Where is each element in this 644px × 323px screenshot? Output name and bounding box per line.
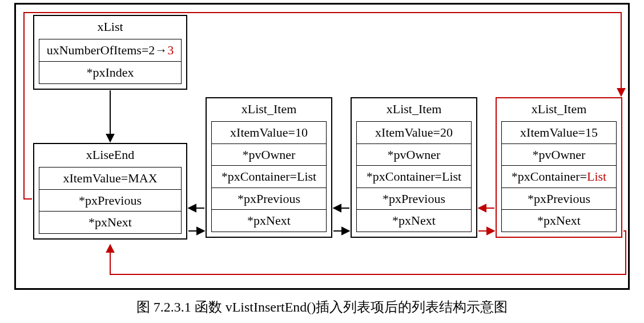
item2-pvowner: *pvOwner xyxy=(356,143,472,166)
xlist-count-row: uxNumberOfItems=2→3 xyxy=(39,39,182,62)
xlist-title: xList xyxy=(34,16,186,39)
item1-title: xList_Item xyxy=(207,98,331,121)
item3-pxprevious: *pxPrevious xyxy=(501,188,617,210)
xlistend-itemvalue: xItemValue=MAX xyxy=(39,167,182,190)
xlistend-pxnext: *pxNext xyxy=(39,211,182,234)
item2-block: xList_Item xItemValue=20 *pvOwner *pxCon… xyxy=(351,97,477,238)
xlistend-pxprevious: *pxPrevious xyxy=(39,189,182,212)
item3-pxnext: *pxNext xyxy=(501,209,617,232)
item2-pxnext: *pxNext xyxy=(356,209,472,232)
xlistend-title: xLiseEnd xyxy=(34,144,186,167)
xlist-count-label: uxNumberOfItems=2→ xyxy=(47,43,168,57)
item2-itemvalue: xItemValue=20 xyxy=(356,121,472,144)
item3-pxcontainer: *pxContainer=List xyxy=(501,165,617,188)
xlist-block: xList uxNumberOfItems=2→3 *pxIndex xyxy=(33,15,187,90)
item2-pxprevious: *pxPrevious xyxy=(356,188,472,210)
xlist-pxindex-row: *pxIndex xyxy=(39,61,182,84)
item1-pxnext: *pxNext xyxy=(211,209,327,232)
item1-pxcontainer: *pxContainer=List xyxy=(211,165,327,188)
figure-caption: 图 7.2.3.1 函数 vListInsertEnd()插入列表项后的列表结构… xyxy=(0,298,644,316)
item1-pvowner: *pvOwner xyxy=(211,143,327,166)
item3-itemvalue: xItemValue=15 xyxy=(501,121,617,144)
item2-pxcontainer: *pxContainer=List xyxy=(356,165,472,188)
diagram-page: xList uxNumberOfItems=2→3 *pxIndex xLise… xyxy=(0,0,644,323)
xlist-count-new: 3 xyxy=(167,43,174,57)
xlistend-block: xLiseEnd xItemValue=MAX *pxPrevious *pxN… xyxy=(33,143,187,240)
item3-pxcontainer-val: List xyxy=(587,169,606,184)
item3-pxcontainer-prefix: *pxContainer= xyxy=(512,169,587,184)
item3-pvowner: *pvOwner xyxy=(501,143,617,166)
item2-title: xList_Item xyxy=(352,98,476,121)
item1-block: xList_Item xItemValue=10 *pvOwner *pxCon… xyxy=(206,97,332,238)
item1-pxprevious: *pxPrevious xyxy=(211,188,327,210)
item1-itemvalue: xItemValue=10 xyxy=(211,121,327,144)
item3-title: xList_Item xyxy=(497,98,621,121)
item3-block: xList_Item xItemValue=15 *pvOwner *pxCon… xyxy=(496,97,622,238)
outer-frame: xList uxNumberOfItems=2→3 *pxIndex xLise… xyxy=(14,3,630,290)
